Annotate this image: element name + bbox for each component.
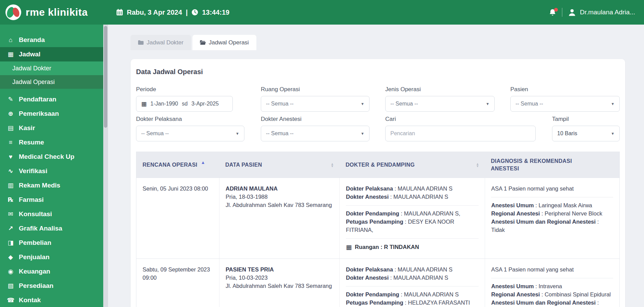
sidebar-item-rekam-medis[interactable]: ▥ Rekam Medis: [0, 178, 103, 193]
regional-anestesi-key: Regional Anestesi: [491, 291, 540, 297]
sidebar-item-pendaftaran[interactable]: ✎ Pendaftaran: [0, 92, 103, 107]
pasien-cell: ADRIAN MAULANA Pria, 18-03-1988 Jl. Abdu…: [219, 178, 339, 259]
sidebar-item-konsultasi[interactable]: ✉ Konsultasi: [0, 207, 103, 221]
regional-anestesi-value: Combinasi Spinal Epidural: [545, 291, 611, 297]
sidebar-item-pembelian[interactable]: ◨ Pembelian: [0, 236, 103, 250]
sidebar-item-persediaan[interactable]: ▧ Persediaan: [0, 279, 103, 293]
dokter-pendamping-value: MAULANA ADRIAN S,: [404, 210, 460, 217]
resume-icon: ≡: [7, 139, 14, 146]
sidebar-subitem-jadwal-operasi[interactable]: Jadwal Operasi: [0, 75, 103, 89]
tampil-value: 10 Baris: [557, 130, 577, 137]
notifications-button[interactable]: [549, 9, 556, 16]
dokter-anestesi-value: -- Semua --: [266, 130, 294, 137]
sidebar-item-kontak[interactable]: ☎ Kontak: [0, 293, 103, 307]
anestesi-umum-key: Anestesi Umum: [491, 283, 534, 289]
chevron-down-icon: ▼: [361, 102, 364, 106]
sidebar-item-label: Grafik Analisa: [19, 225, 62, 232]
chevron-down-icon: ▼: [611, 102, 615, 106]
patient-detail: Pria, 18-03-1988: [226, 193, 333, 201]
sidebar-subitem-jadwal-dokter[interactable]: Jadwal Dokter: [0, 61, 103, 75]
ruang-operasi-select[interactable]: -- Semua -- ▼: [261, 96, 370, 112]
col-header-data-pasien[interactable]: DATA PASIEN ▴▾: [219, 152, 339, 178]
heart-check-icon: ♥: [7, 153, 14, 161]
sidebar-scrollbar-thumb[interactable]: [104, 26, 107, 128]
sidebar-item-pemeriksaan[interactable]: ⊕ Pemeriksaan: [0, 107, 103, 121]
sidebar-item-resume[interactable]: ≡ Resume: [0, 135, 103, 150]
col-header-dokter-pendamping[interactable]: DOKTER & PENDAMPING ▴▾: [339, 152, 485, 178]
filter-dokter-pelaksana: Dokter Pelaksana -- Semua -- ▼: [136, 116, 244, 141]
anestesi-umum-value: Laringeal Mask Airwa: [538, 202, 592, 208]
jenis-operasi-select[interactable]: -- Semua -- ▼: [385, 96, 495, 112]
pasien-cell: PASIEN TES PRIA Pria, 10-03-2023 Jl. Abd…: [219, 259, 339, 307]
dokter-anestesi-select[interactable]: -- Semua -- ▼: [261, 126, 370, 141]
separator: :: [389, 275, 393, 281]
col-header-label: DOKTER & PENDAMPING: [346, 162, 415, 168]
sidebar-item-label: Pendaftaran: [19, 96, 56, 103]
sidebar-item-label: Jadwal Operasi: [12, 79, 55, 86]
brand[interactable]: rme klinikita: [0, 0, 108, 25]
asa-line: ASA 1 Pasien normal yang sehat: [491, 266, 613, 274]
separator: :: [596, 299, 599, 306]
sidebar-item-beranda[interactable]: ⌂ Beranda: [0, 33, 103, 47]
sidebar-item-grafik-analisa[interactable]: ↗ Grafik Analisa: [0, 221, 103, 236]
sidebar-item-label: Farmasi: [19, 196, 44, 204]
tampil-select[interactable]: 10 Baris ▼: [552, 126, 620, 141]
dokter-pelaksana-line: Dokter Pelaksana : MAULANA ADRIAN S: [346, 266, 479, 274]
regional-anestesi-line: Regional Anestesi : Peripheral Nerve Blo…: [491, 210, 613, 218]
sidebar-scrollbar[interactable]: [103, 25, 108, 307]
notification-badge: [554, 8, 558, 12]
sidebar-item-label: Penjualan: [19, 253, 50, 261]
home-icon: ⌂: [7, 37, 14, 44]
sidebar-item-jadwal[interactable]: ▦ Jadwal: [0, 47, 103, 61]
dokter-anestesi-value: MAULANA ADRIAN S: [393, 194, 448, 200]
dokter-anestesi-key: Dokter Anestesi: [346, 194, 389, 200]
contact-icon: ☎: [7, 296, 14, 304]
separator: :: [540, 210, 545, 217]
dokter-pelaksana-select[interactable]: -- Semua -- ▼: [136, 126, 244, 141]
dokter-pelaksana-line: Dokter Pelaksana : MAULANA ADRIAN S: [346, 185, 479, 193]
sidebar-item-medical-check-up[interactable]: ♥ Medical Check Up: [0, 150, 103, 164]
sidebar-item-kasir[interactable]: ▤ Kasir: [0, 121, 103, 135]
col-header-rencana-operasi[interactable]: RENCANA OPERASI ▲: [136, 152, 219, 178]
sidebar-item-farmasi[interactable]: ℞ Farmasi: [0, 193, 103, 207]
pasien-select[interactable]: -- Semua -- ▼: [510, 96, 620, 112]
periode-date-range[interactable]: ▦ 1-Jan-1990 sd 3-Apr-2025: [136, 96, 233, 112]
separator: :: [403, 299, 408, 306]
petugas-pendamping-key: Petugas Pendamping: [346, 219, 403, 225]
dokter-pendamping-line: Dokter Pendamping : MAULANA ADRIAN S: [346, 291, 479, 299]
brand-name: rme klinikita: [26, 6, 88, 18]
operation-schedule-table: RENCANA OPERASI ▲ DATA PASIEN ▴▾ DOKTER …: [136, 152, 620, 307]
price-tag-icon: ◆: [7, 253, 14, 261]
col-header-diagnosis-rekomendasi: DIAGNOSIS & REKOMENDASI ANESTESI: [485, 152, 619, 178]
calendar-input-icon: ▦: [141, 100, 147, 108]
user-icon: [568, 8, 576, 17]
separator: :: [393, 185, 398, 192]
separator: :: [399, 210, 404, 217]
periode-label: Periode: [136, 86, 233, 93]
tab-jadwal-dokter[interactable]: Jadwal Dokter: [131, 35, 191, 50]
petugas-pendamping-line: Petugas Pendamping : DESY EKA NOOR FITRI…: [346, 218, 479, 234]
ruangan-line: ▦ Ruangan : R TINDAKAN: [346, 243, 479, 252]
sidebar-item-label: Pembelian: [19, 239, 51, 247]
top-bar-main: Rabu, 3 Apr 2024 | 13:44:19 Dr.maulana A…: [108, 0, 644, 25]
current-date: Rabu, 3 Apr 2024: [127, 9, 182, 16]
cell-divider: [346, 205, 479, 206]
jenis-operasi-label: Jenis Operasi: [385, 86, 495, 93]
search-input[interactable]: [385, 126, 536, 141]
sidebar-item-penjualan[interactable]: ◆ Penjualan: [0, 250, 103, 264]
sidebar-item-verifikasi[interactable]: ∿ Verifikasi: [0, 164, 103, 178]
regional-anestesi-line: Regional Anestesi : Combinasi Spinal Epi…: [491, 291, 613, 299]
user-menu[interactable]: Dr.maulana Adria...: [568, 8, 635, 17]
top-bar-right: Dr.maulana Adria...: [549, 8, 635, 17]
sidebar-item-keuangan[interactable]: ◉ Keuangan: [0, 264, 103, 279]
patient-address: Jl. Abdulrahman Saleh Kav 783 Semarang: [226, 201, 333, 209]
ruangan-text: Ruangan : R TINDAKAN: [355, 243, 419, 251]
dokter-anestesi-line: Dokter Anestesi : MAULANA ADRIAN S: [346, 274, 479, 282]
dokter-pelaksana-key: Dokter Pelaksana: [346, 185, 393, 192]
separator: :: [379, 244, 384, 250]
tab-jadwal-operasi[interactable]: Jadwal Operasi: [192, 35, 256, 50]
anestesi-umum-value: Intravena: [538, 283, 562, 289]
top-bar: rme klinikita Rabu, 3 Apr 2024 | 13:44:1…: [0, 0, 644, 25]
sidebar-item-label: Jadwal Dokter: [12, 65, 51, 72]
rencana-operasi: Senin, 05 Juni 2023 08:00: [143, 185, 208, 192]
